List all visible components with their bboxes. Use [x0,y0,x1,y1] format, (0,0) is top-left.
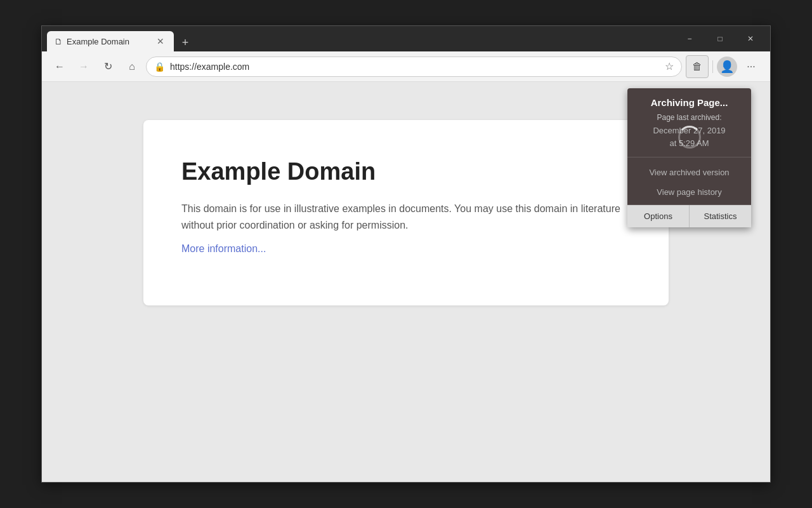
page-paragraph: This domain is for use in illustrative e… [181,201,631,233]
view-history-link[interactable]: View page history [638,182,741,202]
popup-divider-1 [627,157,751,157]
toolbar-divider [712,60,713,73]
toolbar-right: 🗑 👤 ··· [686,55,763,78]
forward-button[interactable]: → [74,57,94,77]
navigation-bar: ← → ↻ ⌂ 🔒 https://example.com ☆ 🗑 👤 ··· [42,51,770,82]
url-text: https://example.com [170,62,660,72]
maximize-button[interactable]: □ [705,29,735,49]
popup-title: Archiving Page... [638,97,741,108]
minimize-button[interactable]: − [675,29,704,49]
popup-inner: Archiving Page... Page last archived: De… [627,88,751,202]
home-button[interactable]: ⌂ [122,57,142,77]
new-tab-button[interactable]: + [176,34,194,51]
favorite-icon[interactable]: ☆ [665,60,674,72]
content-card: Example Domain This domain is for use in… [143,120,669,305]
back-button[interactable]: ← [49,57,70,77]
popup-date-container: December 27, 2019 at 5:29 AM [638,124,741,149]
profile-button[interactable]: 👤 [717,57,737,77]
more-icon: ··· [747,61,755,72]
title-bar: 🗋 Example Domain ✕ + − □ ✕ [42,26,770,51]
archiving-popup: Archiving Page... Page last archived: De… [627,88,751,227]
more-info-link[interactable]: More information... [181,243,266,254]
more-button[interactable]: ··· [740,55,763,78]
tab-close-button[interactable]: ✕ [155,36,166,47]
archive-icon: 🗑 [692,61,702,72]
window-controls: − □ ✕ [675,29,765,49]
tab-bar: 🗋 Example Domain ✕ + [47,26,675,51]
refresh-icon: ↻ [104,60,112,72]
home-icon: ⌂ [129,61,135,72]
tab-title: Example Domain [67,37,151,46]
popup-subtitle: Page last archived: [638,113,741,122]
popup-buttons: Options Statistics [627,204,751,227]
spinner-container [678,126,701,149]
archive-button[interactable]: 🗑 [686,55,709,78]
page-content: Example Domain This domain is for use in… [42,82,770,482]
page-heading: Example Domain [181,158,631,185]
loading-spinner [678,126,701,149]
refresh-button[interactable]: ↻ [98,57,118,77]
lock-icon: 🔒 [154,62,165,72]
back-icon: ← [55,61,65,72]
browser-window: 🗋 Example Domain ✕ + − □ ✕ ← → ↻ ⌂ 🔒 htt… [41,25,771,483]
tab-page-icon: 🗋 [55,37,63,46]
avatar-icon: 👤 [720,60,734,74]
statistics-button[interactable]: Statistics [690,205,751,227]
address-bar[interactable]: 🔒 https://example.com ☆ [146,57,682,77]
view-archived-link[interactable]: View archived version [638,163,741,182]
options-button[interactable]: Options [627,205,690,227]
close-button[interactable]: ✕ [736,29,765,49]
forward-icon: → [79,61,89,72]
active-tab[interactable]: 🗋 Example Domain ✕ [47,31,174,51]
